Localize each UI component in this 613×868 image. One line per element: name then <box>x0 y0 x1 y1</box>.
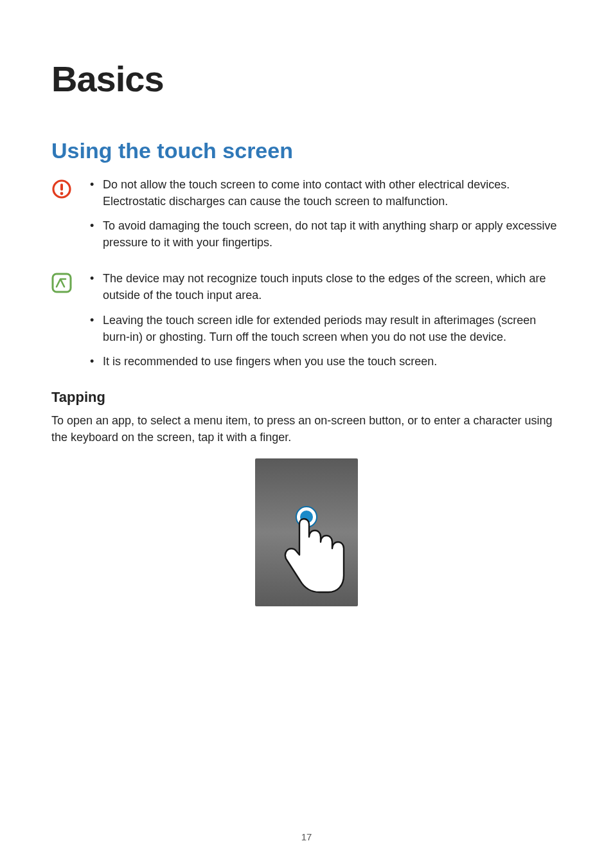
caution-icon <box>51 179 72 199</box>
page-title: Basics <box>51 58 562 100</box>
note-icon <box>51 273 72 293</box>
section-title: Using the touch screen <box>51 138 562 163</box>
note-list: The device may not recognize touch input… <box>90 270 562 377</box>
svg-rect-1 <box>60 184 63 191</box>
figure-tapping <box>51 458 562 606</box>
figure-box <box>255 458 358 606</box>
list-item: To avoid damaging the touch screen, do n… <box>90 217 562 251</box>
sub-heading: Tapping <box>51 389 562 406</box>
svg-point-2 <box>60 192 64 195</box>
hand-icon <box>268 514 345 610</box>
list-item: Do not allow the touch screen to come in… <box>90 176 562 210</box>
list-item: Leaving the touch screen idle for extend… <box>90 312 562 345</box>
page-number: 17 <box>0 831 613 842</box>
note-block: The device may not recognize touch input… <box>51 270 562 377</box>
sub-paragraph: To open an app, to select a menu item, t… <box>51 412 562 446</box>
caution-block: Do not allow the touch screen to come in… <box>51 176 562 258</box>
caution-icon-column <box>51 176 90 199</box>
list-item: The device may not recognize touch input… <box>90 270 562 303</box>
note-icon-column <box>51 270 90 293</box>
caution-list: Do not allow the touch screen to come in… <box>90 176 562 258</box>
list-item: It is recommended to use fingers when yo… <box>90 353 562 370</box>
page: Basics Using the touch screen Do not all… <box>0 0 613 868</box>
